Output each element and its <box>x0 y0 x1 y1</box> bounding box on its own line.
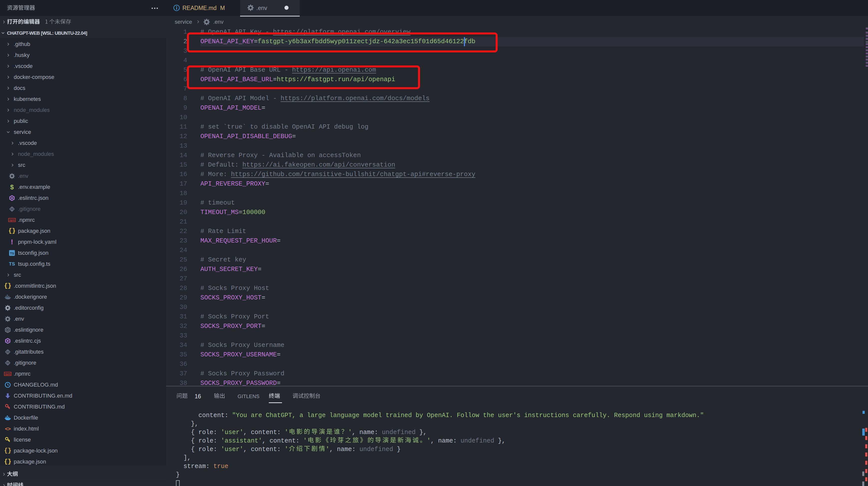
svg-text:npm: npm <box>9 219 15 222</box>
svg-text:npm: npm <box>5 372 10 375</box>
svg-text:TS: TS <box>10 252 14 255</box>
